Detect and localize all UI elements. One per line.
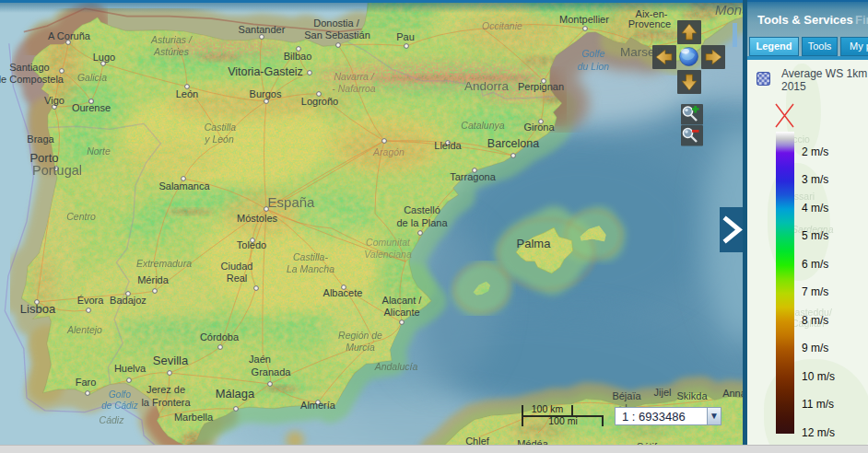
svg-text:Real: Real	[227, 273, 248, 284]
svg-text:Golfo: Golfo	[109, 389, 131, 400]
svg-text:Girona: Girona	[523, 122, 555, 133]
svg-text:Skikda: Skikda	[676, 390, 708, 401]
svg-text:Toledo: Toledo	[237, 239, 266, 250]
svg-text:Santiago: Santiago	[9, 62, 49, 73]
svg-text:Móstoles: Móstoles	[237, 213, 278, 224]
svg-text:Castelló: Castelló	[404, 204, 440, 215]
svg-text:Extremadura: Extremadura	[136, 258, 192, 269]
svg-text:Andalucía: Andalucía	[374, 361, 418, 372]
svg-text:San Sebastián: San Sebastián	[304, 29, 370, 41]
svg-text:Golfe: Golfe	[581, 48, 604, 59]
svg-text:Murcia: Murcia	[346, 342, 375, 353]
svg-text:Badajoz: Badajoz	[110, 295, 147, 306]
svg-text:Évora: Évora	[77, 295, 105, 306]
svg-text:Ciudad: Ciudad	[221, 261, 253, 272]
svg-text:Aragón: Aragón	[372, 146, 405, 157]
svg-text:Almería: Almería	[300, 400, 336, 411]
svg-text:Astúries: Astúries	[153, 46, 190, 57]
svg-text:Lisboa: Lisboa	[20, 302, 56, 316]
svg-text:Provence: Provence	[628, 18, 671, 29]
svg-text:Ourense: Ourense	[72, 102, 111, 113]
svg-text:Vigo: Vigo	[44, 95, 65, 106]
svg-text:Mérida: Mérida	[137, 274, 170, 285]
svg-text:Lugo: Lugo	[93, 52, 115, 63]
svg-text:Albacete: Albacete	[323, 287, 363, 298]
svg-text:Sevilla: Sevilla	[153, 354, 189, 367]
svg-text:Vitoria-Gasteiz: Vitoria-Gasteiz	[228, 65, 303, 78]
svg-text:Salamanca: Salamanca	[158, 180, 210, 192]
svg-text:Bilbao: Bilbao	[284, 51, 312, 62]
svg-text:Béjaïa: Béjaïa	[612, 390, 641, 401]
svg-text:Tarragona: Tarragona	[450, 171, 496, 182]
svg-text:Jijel: Jijel	[654, 387, 672, 398]
svg-text:Montpellier: Montpellier	[559, 14, 609, 25]
svg-text:Castilla: Castilla	[205, 122, 237, 133]
svg-text:y León: y León	[204, 134, 234, 145]
svg-text:Santander: Santander	[239, 24, 286, 35]
svg-text:Córdoba: Córdoba	[200, 331, 240, 343]
svg-text:Comunitat: Comunitat	[366, 237, 411, 248]
svg-text:Jaén: Jaén	[249, 354, 271, 365]
svg-text:Valenciana: Valenciana	[364, 249, 412, 260]
svg-text:Occitanie: Occitanie	[482, 20, 522, 31]
svg-text:Catalunya: Catalunya	[461, 120, 504, 131]
svg-text:Barcelona: Barcelona	[487, 137, 539, 150]
svg-text:Alentejo: Alentejo	[66, 324, 102, 335]
svg-text:- Nafarroa: - Nafarroa	[332, 83, 375, 94]
svg-text:Alicante: Alicante	[383, 307, 419, 318]
svg-text:Norte: Norte	[87, 145, 111, 157]
svg-text:Portugal: Portugal	[32, 163, 82, 178]
svg-text:Navarra /: Navarra /	[334, 71, 374, 82]
svg-text:Jerez de: Jerez de	[147, 384, 185, 395]
svg-text:100 km: 100 km	[532, 403, 564, 414]
svg-text:la Frontera: la Frontera	[141, 397, 191, 408]
svg-text:Lleida: Lleida	[434, 140, 462, 151]
svg-text:Región de: Región de	[338, 330, 382, 341]
svg-text:Donostia /: Donostia /	[313, 17, 359, 29]
svg-text:León: León	[176, 88, 198, 99]
svg-text:Cádiz: Cádiz	[100, 414, 125, 425]
svg-text:Pau: Pau	[396, 31, 415, 42]
svg-text:100 mi: 100 mi	[548, 415, 578, 426]
svg-text:de la Plana: de la Plana	[396, 217, 448, 228]
svg-text:Huelva: Huelva	[114, 363, 147, 374]
svg-text:Castilla-: Castilla-	[293, 251, 328, 262]
svg-text:A Coruña: A Coruña	[48, 30, 91, 41]
svg-text:Alacant /: Alacant /	[382, 295, 423, 306]
svg-text:de Cádiz: de Cádiz	[101, 401, 137, 411]
svg-text:Galicia: Galicia	[77, 72, 107, 83]
svg-text:Logroño: Logroño	[301, 96, 338, 107]
svg-text:du Lion: du Lion	[578, 61, 610, 72]
svg-text:Málaga: Málaga	[216, 387, 255, 401]
svg-text:Andorra: Andorra	[464, 79, 510, 93]
svg-text:Perpignan: Perpignan	[518, 81, 564, 92]
svg-text:La Mancha: La Mancha	[287, 263, 334, 274]
svg-text:Asturias /: Asturias /	[150, 34, 193, 45]
svg-text:de Compostela: de Compostela	[0, 74, 65, 85]
svg-text:Faro: Faro	[76, 377, 97, 388]
svg-text:Braga: Braga	[27, 134, 54, 145]
svg-text:Centro: Centro	[66, 211, 96, 222]
svg-text:Palma: Palma	[517, 237, 552, 250]
svg-text:Marbella: Marbella	[174, 412, 214, 423]
svg-text:Burgos: Burgos	[250, 88, 282, 99]
svg-text:España: España	[268, 194, 316, 210]
svg-text:Granada: Granada	[252, 366, 292, 378]
